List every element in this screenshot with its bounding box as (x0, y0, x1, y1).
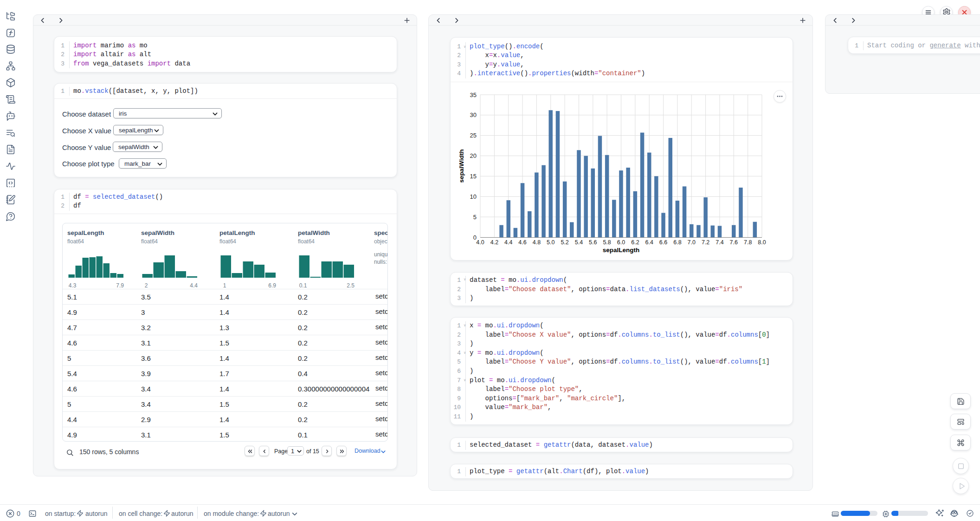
svg-text:5.0: 5.0 (547, 239, 554, 246)
svg-text:7.0: 7.0 (688, 239, 696, 246)
svg-text:4.2: 4.2 (490, 239, 498, 246)
svg-text:6.2: 6.2 (631, 239, 639, 246)
svg-text:4.0: 4.0 (476, 239, 484, 246)
svg-text:4.4: 4.4 (504, 239, 512, 246)
svg-text:5: 5 (473, 214, 477, 221)
svg-text:8.0: 8.0 (758, 239, 766, 246)
svg-text:6.8: 6.8 (673, 239, 681, 246)
svg-text:7.6: 7.6 (730, 239, 738, 246)
svg-text:6.6: 6.6 (659, 239, 667, 246)
svg-text:4.8: 4.8 (533, 239, 541, 246)
svg-text:10: 10 (470, 193, 477, 200)
svg-text:6.0: 6.0 (617, 239, 625, 246)
svg-text:6.4: 6.4 (645, 239, 653, 246)
svg-text:sepalWidth: sepalWidth (458, 150, 465, 183)
svg-text:5.4: 5.4 (575, 239, 583, 246)
svg-text:25: 25 (470, 132, 477, 139)
svg-text:4.6: 4.6 (518, 239, 526, 246)
svg-text:7.4: 7.4 (716, 239, 723, 246)
svg-text:5.8: 5.8 (603, 239, 611, 246)
svg-text:sepalLength: sepalLength (603, 247, 640, 254)
svg-text:15: 15 (470, 173, 477, 180)
svg-text:5.6: 5.6 (589, 239, 597, 246)
svg-text:5.2: 5.2 (561, 239, 568, 246)
svg-text:35: 35 (470, 91, 477, 98)
svg-text:20: 20 (470, 152, 477, 159)
svg-text:7.2: 7.2 (702, 239, 709, 246)
svg-text:7.8: 7.8 (744, 239, 752, 246)
svg-text:30: 30 (470, 111, 477, 118)
